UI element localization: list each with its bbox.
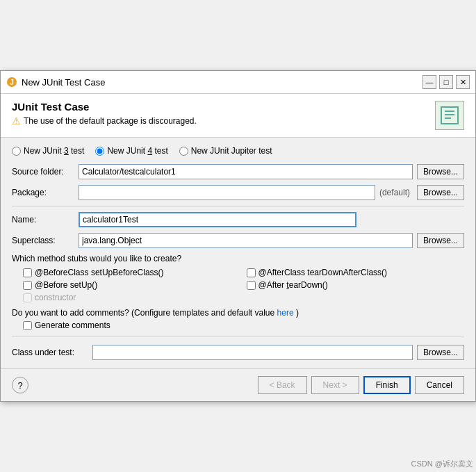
- before-checkbox[interactable]: [23, 281, 32, 290]
- generate-comments-option[interactable]: Generate comments: [23, 320, 464, 330]
- svg-text:J: J: [10, 79, 14, 86]
- title-bar-text: New JUnit Test Case: [22, 77, 418, 88]
- beforeclass-checkbox[interactable]: [23, 268, 32, 277]
- warning-icon: ⚠: [12, 115, 21, 127]
- cancel-button[interactable]: Cancel: [415, 376, 464, 394]
- content-area: New JUnit 3 test New JUnit 4 test New JU…: [1, 138, 475, 368]
- name-input[interactable]: [79, 212, 356, 227]
- comments-question-end: ): [296, 308, 299, 318]
- next-button[interactable]: Next >: [311, 376, 359, 394]
- source-folder-label: Source folder:: [12, 167, 74, 177]
- superclass-row: Superclass: Browse...: [12, 233, 464, 248]
- warning-text: The use of the default package is discou…: [24, 116, 197, 126]
- maximize-button[interactable]: □: [439, 75, 453, 89]
- after-checkbox[interactable]: [247, 281, 256, 290]
- test-version-row: New JUnit 3 test New JUnit 4 test New JU…: [12, 146, 464, 156]
- constructor-label: constructor: [35, 293, 76, 302]
- header-left: JUnit Test Case ⚠ The use of the default…: [12, 101, 197, 127]
- class-under-test-input[interactable]: [92, 345, 413, 360]
- class-under-test-browse-btn[interactable]: Browse...: [417, 345, 464, 360]
- constructor-option[interactable]: constructor: [23, 293, 241, 302]
- source-folder-row: Source folder: Browse...: [12, 164, 464, 179]
- watermark: CSDN @诉尔卖文: [411, 459, 473, 469]
- junit-icon: [440, 106, 459, 125]
- footer-left: ?: [12, 377, 28, 393]
- comments-link[interactable]: here: [277, 308, 294, 318]
- header-warning: ⚠ The use of the default package is disc…: [12, 115, 197, 127]
- name-label: Name:: [12, 215, 74, 225]
- title-bar: J New JUnit Test Case — □ ✕: [1, 71, 475, 94]
- header-section: JUnit Test Case ⚠ The use of the default…: [1, 94, 475, 138]
- app-icon: J: [6, 76, 17, 88]
- comments-question-text: Do you want to add comments? (Configure …: [12, 308, 274, 318]
- minimize-button[interactable]: —: [422, 75, 436, 89]
- junit3-radio[interactable]: [12, 147, 21, 156]
- afterclass-option[interactable]: @AfterClass tearDownAfterClass(): [247, 268, 465, 277]
- junit3-option[interactable]: New JUnit 3 test: [12, 146, 84, 156]
- jupiter-radio[interactable]: [179, 147, 188, 156]
- superclass-browse-btn[interactable]: Browse...: [417, 233, 464, 248]
- method-stubs-grid: @BeforeClass setUpBeforeClass() @AfterCl…: [23, 268, 464, 302]
- package-row: Package: (default) Browse...: [12, 185, 464, 200]
- divider-2: [12, 336, 464, 336]
- afterclass-checkbox[interactable]: [247, 268, 256, 277]
- help-button[interactable]: ?: [12, 377, 28, 393]
- class-under-test-label: Class under test:: [12, 348, 88, 357]
- comments-section: Do you want to add comments? (Configure …: [12, 308, 464, 330]
- package-input[interactable]: [79, 185, 375, 200]
- jupiter-option[interactable]: New JUnit Jupiter test: [179, 146, 272, 156]
- dialog-window: J New JUnit Test Case — □ ✕ JUnit Test C…: [0, 70, 476, 402]
- package-label: Package:: [12, 188, 74, 197]
- package-browse-btn[interactable]: Browse...: [417, 185, 464, 200]
- beforeclass-option[interactable]: @BeforeClass setUpBeforeClass(): [23, 268, 241, 277]
- source-folder-input[interactable]: [79, 164, 413, 179]
- finish-button[interactable]: Finish: [363, 376, 411, 394]
- jupiter-label: New JUnit Jupiter test: [191, 146, 272, 156]
- superclass-input[interactable]: [79, 233, 413, 248]
- comments-question: Do you want to add comments? (Configure …: [12, 308, 464, 318]
- source-folder-browse-btn[interactable]: Browse...: [417, 164, 464, 179]
- junit4-radio[interactable]: [95, 147, 104, 156]
- junit4-option[interactable]: New JUnit 4 test: [95, 146, 167, 156]
- name-row: Name:: [12, 212, 464, 227]
- class-under-test-row: Class under test: Browse...: [12, 345, 464, 360]
- generate-comments-checkbox[interactable]: [23, 321, 32, 330]
- footer-right: < Back Next > Finish Cancel: [258, 376, 464, 394]
- after-option[interactable]: @After tearDown(): [247, 280, 465, 290]
- divider-1: [12, 206, 464, 206]
- window-controls: — □ ✕: [422, 75, 470, 89]
- constructor-checkbox: [23, 293, 32, 302]
- header-right-icon: [435, 101, 464, 130]
- footer: ? < Back Next > Finish Cancel: [1, 368, 475, 401]
- header-title: JUnit Test Case: [12, 101, 197, 113]
- back-button[interactable]: < Back: [258, 376, 307, 394]
- close-button[interactable]: ✕: [456, 75, 470, 89]
- package-default-text: (default): [379, 188, 410, 197]
- method-stubs-question: Which method stubs would you like to cre…: [12, 254, 464, 263]
- before-option[interactable]: @Before setUp(): [23, 280, 241, 290]
- generate-comments-label: Generate comments: [35, 320, 110, 330]
- superclass-label: Superclass:: [12, 236, 74, 245]
